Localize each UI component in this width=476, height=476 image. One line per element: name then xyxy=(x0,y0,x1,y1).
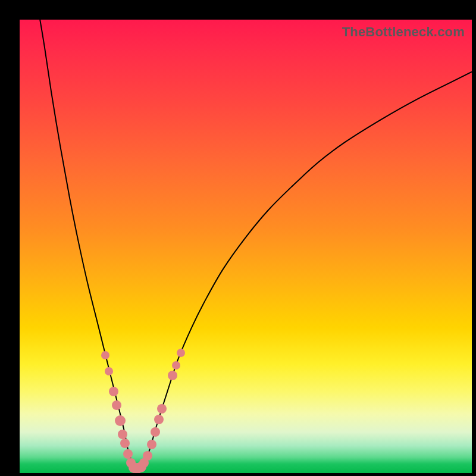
highlight-dot xyxy=(147,440,156,449)
highlight-dot xyxy=(168,371,177,380)
watermark-text: TheBottleneck.com xyxy=(342,24,465,40)
plot-area: TheBottleneck.com xyxy=(20,20,472,473)
highlight-dot xyxy=(112,400,121,410)
highlight-dot xyxy=(151,427,160,437)
bottleneck-curve xyxy=(20,20,472,473)
highlight-dot xyxy=(120,439,130,448)
highlight-dot xyxy=(143,451,152,461)
highlight-dot xyxy=(172,361,180,369)
highlight-dot xyxy=(109,387,118,396)
highlight-dot xyxy=(157,404,167,414)
highlight-dot xyxy=(118,430,127,439)
highlight-dot xyxy=(101,351,109,359)
highlight-dot xyxy=(105,367,113,375)
highlight-dot xyxy=(177,349,185,357)
highlight-dot xyxy=(115,415,126,426)
chart-frame: TheBottleneck.com xyxy=(0,0,476,476)
highlight-dot xyxy=(154,415,164,424)
highlight-dot xyxy=(123,449,133,459)
